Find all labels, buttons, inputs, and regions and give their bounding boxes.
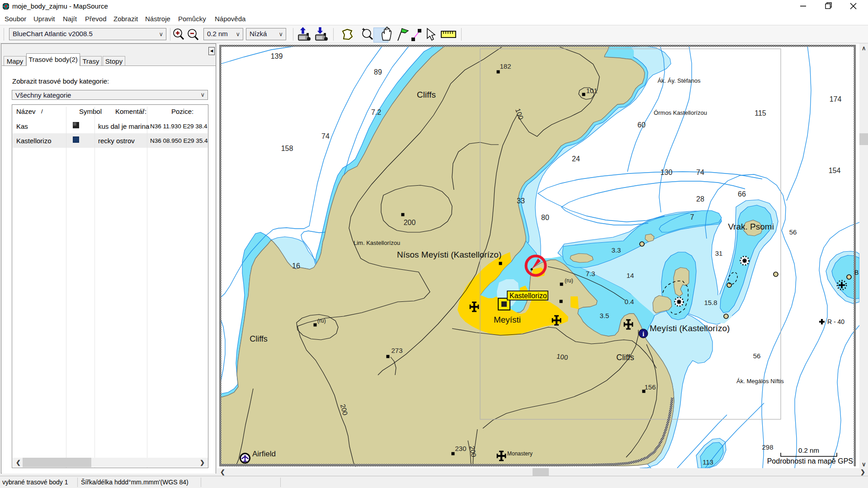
svg-text:74: 74 [696, 169, 704, 176]
svg-text:28: 28 [696, 195, 704, 203]
svg-text:273: 273 [391, 347, 402, 354]
svg-text:3.3: 3.3 [612, 246, 621, 254]
svg-text:66: 66 [738, 190, 746, 198]
svg-text:200: 200 [404, 219, 416, 226]
svg-text:0.4: 0.4 [625, 298, 634, 305]
svg-text:3.5: 3.5 [600, 312, 609, 319]
svg-text:101: 101 [586, 87, 597, 94]
svg-text:31: 31 [715, 249, 723, 257]
svg-text:130: 130 [660, 169, 673, 176]
svg-text:Órmos Kastellorízou: Órmos Kastellorízou [654, 109, 707, 116]
svg-text:298: 298 [762, 443, 773, 451]
svg-text:100: 100 [556, 352, 568, 361]
svg-text:24: 24 [572, 155, 580, 163]
svg-text:156: 156 [644, 383, 656, 391]
svg-text:154: 154 [829, 167, 841, 174]
svg-text:60: 60 [637, 121, 646, 129]
svg-text:182: 182 [500, 62, 511, 70]
svg-text:Nísos Meyísti (Kastellorízo): Nísos Meyísti (Kastellorízo) [397, 250, 501, 259]
svg-text:Ák. Áy. Stéfanos: Ák. Áy. Stéfanos [657, 77, 701, 84]
svg-text:7.3: 7.3 [586, 270, 595, 277]
svg-text:R - 40: R - 40 [827, 318, 844, 325]
svg-text:i: i [642, 330, 644, 338]
svg-text:Airfield: Airfield [252, 450, 276, 458]
svg-text:Ák. Megálos Níftis: Ák. Megálos Níftis [736, 378, 784, 385]
svg-text:33: 33 [517, 197, 525, 205]
svg-text:Meyísti (Kastellorízo): Meyísti (Kastellorízo) [650, 324, 730, 333]
svg-text:174: 174 [830, 95, 842, 103]
svg-text:Monastery: Monastery [507, 450, 533, 457]
svg-text:158: 158 [281, 145, 293, 152]
svg-text:7: 7 [690, 213, 694, 221]
svg-text:74: 74 [321, 132, 330, 140]
svg-text:230: 230 [455, 445, 466, 452]
svg-text:Podrobnosti na mapě GPS: Podrobnosti na mapě GPS [767, 457, 853, 465]
svg-text:Meyísti: Meyísti [494, 315, 521, 324]
svg-text:89: 89 [374, 68, 382, 76]
svg-text:Cliffs: Cliffs [616, 353, 634, 362]
svg-text:(ru): (ru) [565, 277, 573, 284]
svg-text:56: 56 [753, 352, 761, 360]
svg-text:15.8: 15.8 [704, 299, 717, 306]
svg-text:139: 139 [271, 52, 283, 60]
svg-text:B: B [854, 269, 859, 276]
svg-text:Cliffs: Cliffs [417, 90, 436, 99]
svg-text:14: 14 [627, 272, 634, 279]
svg-text:Lim. Kastellorízou: Lim. Kastellorízou [354, 239, 400, 246]
svg-text:56: 56 [789, 228, 797, 236]
svg-text:16: 16 [292, 262, 300, 270]
svg-text:Kastellorizo: Kastellorizo [509, 292, 547, 300]
svg-text:80: 80 [541, 214, 549, 221]
svg-text:(ru): (ru) [317, 318, 326, 324]
svg-text:115: 115 [755, 109, 766, 117]
svg-text:113: 113 [703, 458, 713, 466]
svg-text:Vrak. Psomi: Vrak. Psomi [728, 222, 774, 231]
svg-text:Cliffs: Cliffs [250, 334, 268, 343]
svg-text:0.2 nm: 0.2 nm [798, 446, 819, 454]
svg-text:7.2: 7.2 [371, 108, 381, 116]
